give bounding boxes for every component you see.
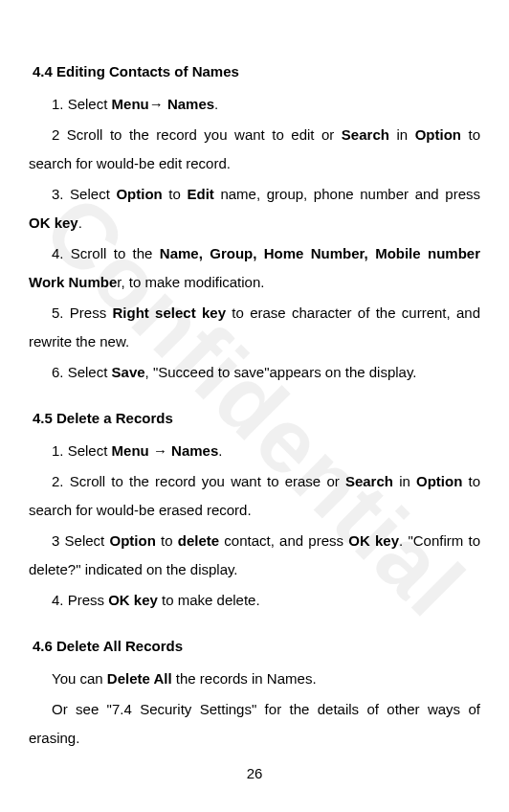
page-content: 4.4 Editing Contacts of Names1. Select M… [29,57,480,753]
text: 2 Scroll to the record you want to edit … [52,126,342,143]
bold-text: Right select key [112,304,226,321]
text: to [156,532,178,549]
paragraph: 4. Scroll to the Name, Group, Home Numbe… [29,239,480,297]
bold-text: Search [345,473,393,489]
paragraph: 3. Select Option to Edit name, group, ph… [29,180,480,237]
paragraph: 2. Scroll to the record you want to eras… [29,467,480,525]
text: in [393,473,416,489]
text: 4. Scroll to the [52,245,160,261]
text: . [214,96,218,112]
paragraph: 3 Select Option to delete contact, and p… [29,527,480,584]
section-heading: 4.4 Editing Contacts of Names [33,57,480,86]
text: 1. Select [52,96,112,112]
paragraph: 5. Press Right select key to erase chara… [29,299,480,356]
bold-text: Save [112,364,145,380]
bold-text: OK key [29,214,78,231]
bold-text: Search [342,126,389,143]
paragraph: 6. Select Save, "Succeed to save"appears… [29,358,480,387]
text: 3 Select [52,532,109,549]
text: 4. Press [52,592,108,608]
text: r, to make modification. [117,274,264,290]
text: the records in Names. [172,670,317,687]
page-number: 26 [0,759,509,788]
text: 6. Select [52,364,112,380]
text: to [163,186,188,202]
text: 3. Select [52,186,116,202]
text: . [218,442,222,459]
paragraph: 4. Press OK key to make delete. [29,586,480,615]
bold-text: Option [116,186,162,202]
text: 2. Scroll to the record you want to eras… [52,473,345,489]
bold-text: delete [178,532,219,549]
section-heading: 4.6 Delete All Records [33,632,480,661]
text: , "Succeed to save"appears on the displa… [145,364,417,380]
paragraph: 1. Select Menu→ Names. [29,90,480,119]
text: 5. Press [52,304,112,321]
bold-text: Edit [187,186,213,202]
bold-text: Option [416,473,462,489]
paragraph: 1. Select Menu → Names. [29,437,480,465]
text: 1. Select [52,442,112,459]
text: . [78,214,82,231]
bold-text: OK key [348,532,399,549]
text: to make delete. [158,592,260,608]
text: You can [52,670,107,687]
section-heading: 4.5 Delete a Records [33,404,480,433]
text: Or see "7.4 Security Settings" for the d… [29,701,480,746]
text: name, group, phone number and press [214,186,480,202]
bold-text: Delete All [107,670,172,687]
text: contact, and press [219,532,348,549]
bold-text: OK key [108,592,158,608]
paragraph: 2 Scroll to the record you want to edit … [29,121,480,178]
bold-text: Option [415,126,461,143]
bold-text: Option [109,532,155,549]
paragraph: Or see "7.4 Security Settings" for the d… [29,695,480,753]
bold-text: Menu→ Names [112,96,215,112]
bold-text: Menu → Names [112,442,219,459]
paragraph: You can Delete All the records in Names. [29,665,480,693]
text: in [389,126,415,143]
